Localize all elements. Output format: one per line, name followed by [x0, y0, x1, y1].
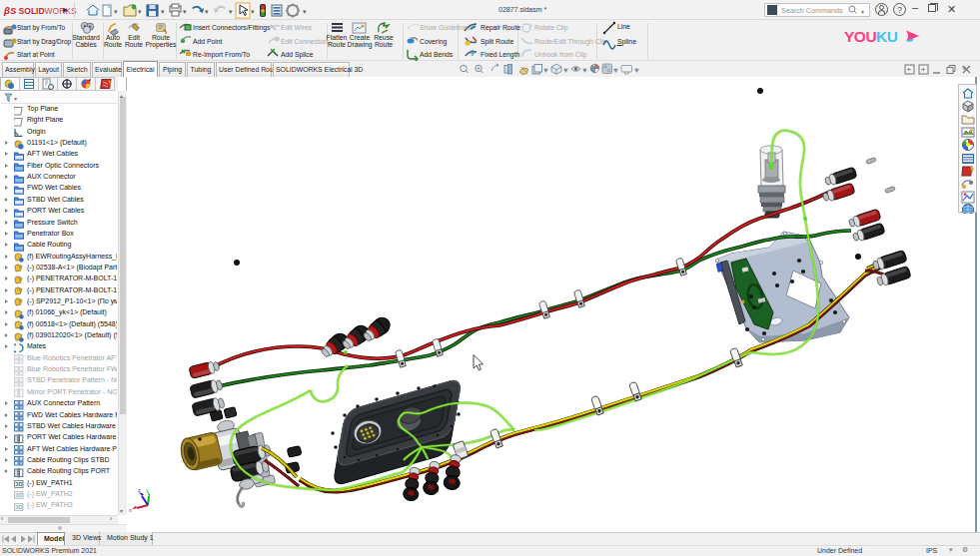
- svg-text:▾: ▾: [583, 67, 586, 73]
- svg-text:z: z: [138, 487, 141, 493]
- svg-text:▾: ▾: [303, 8, 307, 15]
- svg-text:x: x: [129, 507, 132, 513]
- svg-text:▾: ▾: [14, 96, 17, 102]
- svg-text:3D: 3D: [15, 481, 22, 487]
- svg-text:▾: ▾: [544, 67, 547, 73]
- svg-text:▾: ▾: [138, 8, 142, 15]
- svg-text:▾: ▾: [161, 8, 165, 15]
- svg-text:▾: ▾: [114, 8, 118, 15]
- svg-text:3D: 3D: [15, 493, 22, 499]
- svg-text:YOUKU: YOUKU: [844, 28, 898, 45]
- svg-text:▾: ▾: [614, 67, 617, 73]
- svg-text:▾: ▾: [183, 8, 187, 15]
- svg-text:▾: ▾: [564, 67, 567, 73]
- svg-text:3D: 3D: [15, 504, 22, 510]
- svg-text:▾: ▾: [635, 67, 638, 73]
- svg-text:y: y: [146, 487, 149, 493]
- svg-text:▾: ▾: [229, 8, 233, 15]
- svg-text:▾: ▾: [251, 8, 255, 15]
- svg-text:▾: ▾: [205, 8, 209, 15]
